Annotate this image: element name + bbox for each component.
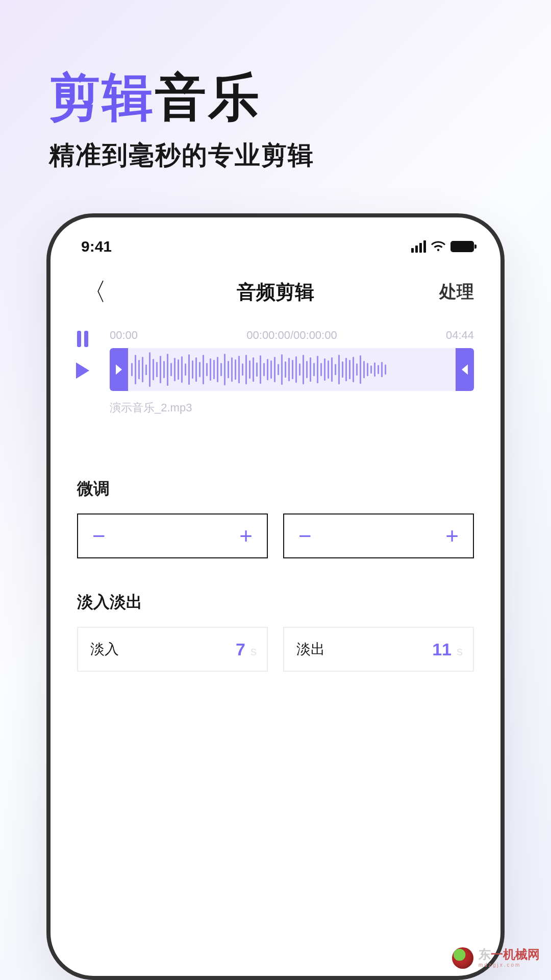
- fade-out-value: 11: [432, 640, 452, 659]
- minus-button[interactable]: −: [298, 525, 312, 547]
- fade-section: 淡入淡出 淡入 7 s 淡出 11 s: [51, 591, 500, 672]
- watermark-cn: 东一机械网: [479, 948, 540, 961]
- time-start: 00:00: [110, 329, 138, 342]
- fine-tune-section: 微调 − + − +: [51, 478, 500, 558]
- plus-button[interactable]: +: [239, 525, 253, 547]
- file-name: 演示音乐_2.mp3: [110, 400, 474, 415]
- fade-out-unit: s: [457, 644, 463, 658]
- fade-in-value: 7: [236, 640, 245, 659]
- fade-in-label: 淡入: [90, 640, 119, 659]
- trim-handle-right[interactable]: [456, 348, 474, 391]
- plus-button[interactable]: +: [445, 525, 459, 547]
- phone-mockup: 9:41 〈 音频剪辑 处理 00:00 00:00:00/00:00:00 0…: [46, 213, 505, 980]
- status-icons: [411, 240, 474, 253]
- cellular-icon: [411, 240, 426, 253]
- promo-subtitle: 精准到毫秒的专业剪辑: [49, 138, 314, 173]
- page-title: 音频剪辑: [237, 279, 314, 305]
- watermark: 东一机械网 mdzgjx.com: [452, 947, 540, 969]
- minus-button[interactable]: −: [92, 525, 106, 547]
- playback-controls: [71, 329, 94, 379]
- fine-tune-stepper-right: − +: [283, 513, 474, 558]
- pause-button[interactable]: [77, 331, 88, 347]
- process-button[interactable]: 处理: [439, 280, 474, 304]
- promo-title-accent: 剪辑: [49, 68, 155, 126]
- watermark-en: mdzgjx.com: [479, 963, 540, 968]
- time-center: 00:00:00/00:00:00: [246, 329, 337, 342]
- watermark-logo-icon: [452, 947, 473, 969]
- time-end: 04:44: [446, 329, 474, 342]
- fine-tune-stepper-left: − +: [77, 513, 268, 558]
- promo-header: 剪辑音乐 精准到毫秒的专业剪辑: [49, 70, 314, 173]
- fade-out-label: 淡出: [296, 640, 325, 659]
- fine-tune-title: 微调: [77, 478, 474, 500]
- status-time: 9:41: [81, 238, 112, 255]
- time-row: 00:00 00:00:00/00:00:00 04:44: [110, 329, 474, 342]
- fade-out-box[interactable]: 淡出 11 s: [283, 627, 474, 672]
- wifi-icon: [431, 241, 445, 252]
- promo-title: 剪辑音乐: [49, 70, 314, 124]
- trim-handle-left[interactable]: [110, 348, 128, 391]
- status-bar: 9:41: [51, 217, 500, 258]
- fade-title: 淡入淡出: [77, 591, 474, 614]
- fade-in-box[interactable]: 淡入 7 s: [77, 627, 268, 672]
- play-button[interactable]: [76, 362, 89, 379]
- track-area: 00:00 00:00:00/00:00:00 04:44 演示音乐_2.mp3: [110, 329, 474, 415]
- navbar: 〈 音频剪辑 处理: [51, 258, 500, 311]
- waveform-body[interactable]: [128, 348, 456, 391]
- waveform[interactable]: [110, 348, 474, 391]
- back-button[interactable]: 〈: [77, 278, 112, 306]
- battery-icon: [450, 241, 474, 252]
- fade-in-unit: s: [251, 644, 257, 658]
- promo-title-rest: 音乐: [155, 68, 261, 126]
- audio-editor: 00:00 00:00:00/00:00:00 04:44 演示音乐_2.mp3: [51, 311, 500, 415]
